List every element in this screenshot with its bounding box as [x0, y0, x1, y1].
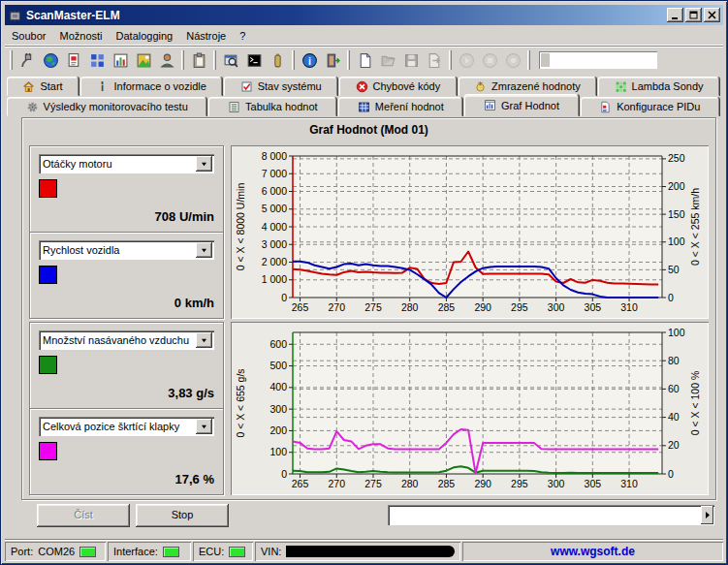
title-bar: ScanMaster-ELM	[5, 5, 723, 25]
svg-text:275: 275	[364, 478, 382, 489]
pid-select-4[interactable]: Celková pozice škrtící klapky	[39, 417, 214, 436]
chevron-down-icon[interactable]	[196, 332, 212, 348]
connect-toolbar-button[interactable]	[16, 49, 39, 72]
svg-text:305: 305	[585, 478, 602, 489]
tab-label: Graf Hodnot	[501, 100, 559, 111]
tab-label: Konfigurace PIDu	[617, 101, 700, 112]
svg-text:i: i	[308, 54, 311, 66]
chevron-down-icon[interactable]	[196, 419, 212, 434]
chart-svg: 01 0002 0003 0004 0005 0006 0007 0008 00…	[233, 147, 707, 317]
chevron-down-icon[interactable]	[196, 242, 212, 258]
tab-meření-hodnot[interactable]: Meření hodnot	[338, 97, 462, 116]
user-toolbar-button[interactable]	[155, 49, 178, 72]
tab-tabulka-hodnot[interactable]: Tabulka hodnot	[208, 97, 336, 116]
open-file-toolbar-button	[376, 49, 399, 72]
tab-chybové-kódy[interactable]: Chybové kódy	[339, 77, 457, 96]
menu-bar: SouborMožnostiDataloggingNástroje?	[5, 27, 723, 46]
pid-select-value: Otáčky motoru	[43, 158, 196, 170]
ecu-label: ECU:	[199, 546, 224, 557]
menu-item-mo-nosti[interactable]: Možnosti	[52, 28, 109, 44]
svg-text:8 000: 8 000	[262, 150, 287, 162]
stop-button[interactable]: Stop	[136, 504, 229, 527]
tab-výsledky-monitorovacího-testu[interactable]: Výsledky monitorovacího testu	[7, 97, 206, 116]
parameter-section-3: Množství nasávaného vzduchu3,83 g/s	[30, 323, 223, 408]
website-link[interactable]: www.wgsoft.de	[551, 545, 635, 558]
vin-redacted-value	[286, 546, 455, 557]
toolbar-separator	[213, 50, 216, 70]
toolbar-separator	[347, 50, 350, 70]
globe-toolbar-button[interactable]	[39, 49, 62, 72]
tab-row-1: StartiInformace o vozidleStav systémuChy…	[7, 76, 721, 96]
svg-text:0: 0	[281, 292, 287, 303]
system-status-toolbar-button[interactable]	[85, 49, 109, 72]
svg-text:280: 280	[401, 478, 419, 489]
svg-text:275: 275	[364, 301, 382, 313]
menu-item--[interactable]: ?	[233, 28, 252, 44]
info-circle-toolbar-button[interactable]: i	[298, 49, 321, 72]
tab-konfigurace-pidu[interactable]: Konfigurace PIDu	[581, 97, 719, 116]
toolbar-separator	[449, 50, 452, 70]
svg-text:270: 270	[329, 478, 346, 489]
svg-text:0 < X < 8000 U/min: 0 < X < 8000 U/min	[235, 183, 246, 271]
terminal-toolbar-button[interactable]	[242, 49, 266, 72]
tab-row-2: Výsledky monitorovacího testuTabulka hod…	[7, 96, 721, 116]
toolbar-separator	[292, 50, 295, 70]
charts-column: 01 0002 0003 0004 0005 0006 0007 0008 00…	[231, 145, 709, 495]
svg-text:400: 400	[269, 381, 287, 392]
parameter-value: 708 U/min	[39, 209, 214, 226]
stop-toolbar-button	[478, 49, 501, 72]
chart-bottom-panel: 0100200300400500600020406080100265270275…	[231, 322, 709, 495]
parameter-box-1: Otáčky motoru708 U/minRychlost vozidla0 …	[29, 145, 224, 319]
chart-svg: 0100200300400500600020406080100265270275…	[233, 324, 707, 493]
vehicle-info-toolbar-button[interactable]	[62, 49, 85, 72]
exit-toolbar-button[interactable]	[321, 49, 344, 72]
progress-chunk	[541, 53, 550, 67]
toolbar-separator	[527, 50, 530, 70]
chart-top-panel: 01 0002 0003 0004 0005 0006 0007 0008 00…	[231, 145, 709, 319]
menu-item-soubor[interactable]: Soubor	[5, 28, 52, 44]
minimize-button[interactable]	[667, 8, 683, 22]
pid-select-2[interactable]: Rychlost vozidla	[39, 240, 214, 260]
close-button[interactable]	[704, 8, 720, 22]
series-color-swatch	[39, 266, 57, 284]
svg-text:0: 0	[668, 292, 674, 303]
pid-select-value: Rychlost vozidla	[43, 244, 196, 256]
tab-lambda-sondy[interactable]: Lambda Sondy	[598, 77, 719, 96]
tab-start[interactable]: Start	[7, 77, 79, 96]
menu-item-n-stroje[interactable]: Nástroje	[179, 28, 233, 44]
battery-toolbar-button[interactable]	[266, 49, 289, 72]
svg-text:280: 280	[401, 301, 419, 313]
svg-text:200: 200	[668, 180, 685, 192]
tab-zmrazené-hodnoty[interactable]: Zmrazené hodnoty	[459, 77, 597, 96]
graph-scrollbar[interactable]	[388, 505, 714, 525]
svg-text:500: 500	[269, 360, 287, 371]
table-icon	[358, 101, 370, 113]
tab-label: Chybové kódy	[373, 80, 441, 92]
pid-select-3[interactable]: Množství nasávaného vzduchu	[39, 330, 214, 350]
new-file-toolbar-button[interactable]	[353, 49, 376, 72]
tab-graf-hodnot[interactable]: Graf Hodnot	[464, 94, 578, 116]
status-bar: Port: COM26 Interface: ECU: VIN: www.wgs…	[5, 539, 723, 561]
parameter-value: 0 km/h	[39, 296, 214, 312]
tab-label: Výsledky monitorovacího testu	[44, 101, 188, 112]
pid-select-1[interactable]: Otáčky motoru	[39, 154, 214, 173]
svg-text:0 < X < 255 km/h: 0 < X < 255 km/h	[689, 188, 701, 266]
maximize-button[interactable]	[685, 8, 702, 22]
read-button[interactable]: Číst	[37, 504, 130, 527]
tab-informace-o-vozidle[interactable]: iInformace o vozidle	[80, 77, 222, 96]
record-toolbar-button	[501, 49, 524, 72]
tab-stav-systému[interactable]: Stav systému	[224, 77, 337, 96]
chart-toolbar-button[interactable]	[109, 49, 132, 72]
tab-label: Tabulka hodnot	[245, 101, 318, 112]
scroll-right-button[interactable]	[701, 506, 713, 524]
chevron-down-icon[interactable]	[196, 156, 212, 172]
picture-toolbar-button[interactable]	[132, 49, 155, 72]
search-toolbar-button[interactable]	[219, 49, 242, 72]
toolbar-separator	[10, 50, 13, 70]
panel-title: Graf Hodnot (Mod 01)	[22, 118, 715, 142]
menu-item-datalogging[interactable]: Datalogging	[110, 28, 180, 44]
clipboard-toolbar-button[interactable]	[187, 49, 210, 72]
play-toolbar-button	[455, 49, 478, 72]
parameter-box-2: Množství nasávaného vzduchu3,83 g/sCelko…	[29, 322, 224, 495]
svg-text:100: 100	[668, 327, 685, 338]
